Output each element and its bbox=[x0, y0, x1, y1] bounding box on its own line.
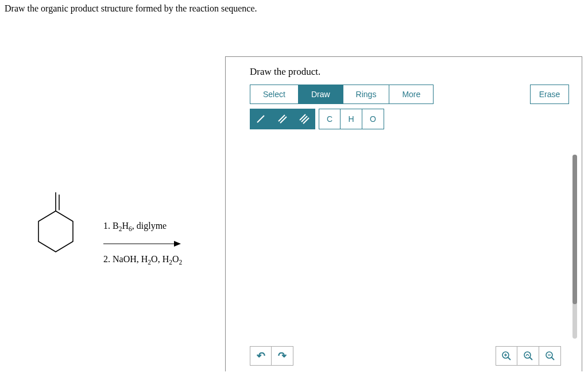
tab-more[interactable]: More bbox=[389, 85, 434, 104]
atom-c-button[interactable]: C bbox=[319, 109, 341, 129]
history-controls: ↶ ↷ bbox=[250, 346, 293, 366]
svg-line-5 bbox=[257, 116, 264, 122]
svg-point-15 bbox=[524, 352, 531, 358]
zoom-out-button[interactable] bbox=[539, 346, 561, 366]
reset-zoom-button[interactable] bbox=[517, 346, 539, 366]
svg-line-18 bbox=[551, 358, 554, 360]
panel-title: Draw the product. bbox=[250, 66, 320, 78]
redo-button[interactable]: ↷ bbox=[272, 346, 293, 366]
drawing-editor-panel: Draw the product. Select Draw Rings More… bbox=[225, 56, 582, 371]
mode-toolbar: Select Draw Rings More bbox=[250, 85, 434, 104]
drawing-canvas[interactable] bbox=[237, 136, 562, 345]
svg-marker-4 bbox=[174, 241, 181, 247]
single-bond-button[interactable] bbox=[250, 109, 272, 129]
svg-line-12 bbox=[508, 358, 511, 360]
zoom-in-icon bbox=[501, 351, 512, 361]
reset-view-icon bbox=[523, 351, 533, 361]
svg-marker-0 bbox=[38, 211, 73, 252]
atom-o-button[interactable]: O bbox=[362, 109, 384, 129]
question-prompt: Draw the organic product structure forme… bbox=[5, 3, 257, 14]
scrollbar-thumb[interactable] bbox=[572, 155, 577, 304]
reaction-arrow-icon bbox=[103, 240, 181, 247]
zoom-in-button[interactable] bbox=[496, 346, 517, 366]
tab-rings[interactable]: Rings bbox=[343, 85, 390, 104]
redo-icon: ↷ bbox=[278, 350, 287, 362]
tab-draw[interactable]: Draw bbox=[299, 85, 343, 104]
undo-icon: ↶ bbox=[257, 350, 265, 362]
svg-line-7 bbox=[280, 117, 287, 123]
vertical-scrollbar[interactable] bbox=[572, 155, 577, 339]
triple-bond-button[interactable] bbox=[293, 109, 315, 129]
undo-button[interactable]: ↶ bbox=[250, 346, 272, 366]
erase-button[interactable]: Erase bbox=[530, 85, 569, 104]
atom-h-button[interactable]: H bbox=[341, 109, 362, 129]
double-bond-button[interactable] bbox=[272, 109, 293, 129]
tool-toolbar: C H O bbox=[250, 109, 384, 129]
zoom-controls bbox=[496, 346, 561, 366]
molecule-structure bbox=[24, 187, 87, 270]
svg-line-16 bbox=[529, 358, 532, 360]
tab-select[interactable]: Select bbox=[250, 85, 299, 104]
svg-line-6 bbox=[278, 115, 285, 121]
zoom-out-icon bbox=[545, 351, 555, 361]
